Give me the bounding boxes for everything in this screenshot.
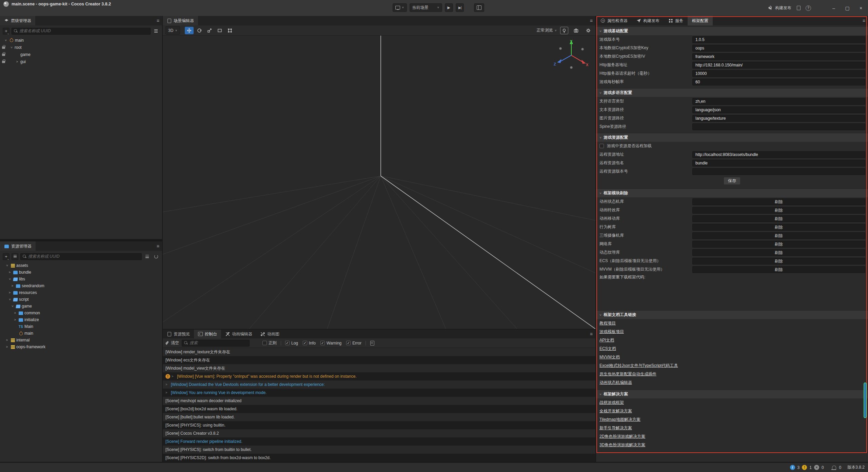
console-tab[interactable]: 控制台 (194, 330, 221, 338)
expand-arrow-icon[interactable] (7, 271, 12, 274)
step-button[interactable] (456, 3, 464, 12)
log-filter-checkbox[interactable]: Info (303, 341, 316, 346)
asset-tree-item[interactable]: bundle (0, 269, 162, 276)
asset-tree-item[interactable]: initialize (0, 316, 162, 323)
console-tab[interactable]: 动画编辑器 (221, 330, 256, 338)
regex-checkbox[interactable]: 正则 (262, 340, 277, 346)
scene-select-dropdown[interactable]: 当前场景 (410, 3, 442, 12)
project-folder-icon[interactable] (796, 6, 801, 11)
asset-tree-item[interactable]: seedrandom (0, 282, 162, 289)
log-row[interactable]: [Scene] Forward render pipeline initiali… (163, 437, 595, 446)
close-button[interactable]: × (856, 4, 865, 13)
field-input[interactable] (692, 123, 865, 130)
console-menu-icon[interactable] (590, 330, 593, 338)
expand-arrow-icon[interactable] (172, 375, 176, 378)
console-tab[interactable]: 动画图 (256, 330, 283, 338)
asset-tree-item[interactable]: Main (0, 323, 162, 330)
asset-tree-item[interactable]: resources (0, 289, 162, 296)
doc-link[interactable]: MVVM文档 (599, 354, 620, 360)
asset-tree-item[interactable]: main (0, 330, 162, 337)
scale-tool-button[interactable] (205, 27, 214, 34)
asset-filter-icon[interactable] (144, 253, 151, 260)
log-filter-checkbox[interactable]: Warning (320, 341, 341, 346)
help-icon[interactable] (806, 5, 811, 11)
expand-arrow-icon[interactable] (7, 298, 12, 301)
log-row[interactable]: [Scene] [box2d]:box2d wasm lib loaded. (163, 405, 595, 413)
field-input[interactable]: http://localhost:8083/assets/bundle (692, 151, 865, 158)
expand-arrow-icon[interactable] (165, 383, 170, 386)
expand-arrow-icon[interactable] (15, 60, 19, 63)
doc-link[interactable]: 原生包热更新配置自动生成插件 (599, 371, 656, 377)
remove-module-button[interactable]: 剔除 (692, 224, 865, 231)
assets-search-input[interactable]: 搜索名称或 UUID (20, 253, 142, 260)
field-input[interactable]: framework (692, 53, 865, 60)
inspector-tab[interactable]: 属性检查器 (596, 16, 632, 25)
remove-module-button[interactable]: 剔除 (692, 266, 865, 273)
log-filter-checkbox[interactable]: Log (285, 341, 298, 346)
remove-module-button[interactable]: 剔除 (692, 232, 865, 239)
hierarchy-search-input[interactable]: 搜索名称或 UUID (12, 28, 151, 35)
field-input[interactable]: language/texture (692, 115, 865, 122)
expand-arrow-icon[interactable] (10, 284, 15, 288)
menu-item[interactable] (19, 8, 28, 16)
hierarchy-tree-item[interactable]: main (0, 37, 162, 44)
hierarchy-tree-item[interactable]: root (0, 44, 162, 51)
doc-link[interactable]: 全栈开发解决方案 (599, 408, 632, 414)
view-mode-dropdown[interactable]: 正常浏览 (536, 27, 557, 33)
section-language-config[interactable]: 游戏多语言配置 (596, 88, 868, 97)
menu-item[interactable] (63, 8, 72, 16)
asset-tree-item[interactable]: game (0, 303, 162, 310)
section-docs-links[interactable]: 框架文档工具链接 (596, 310, 868, 319)
remove-module-button[interactable]: 剔除 (692, 198, 865, 205)
inspector-tab[interactable]: 构建发布 (632, 16, 664, 25)
scrollbar-thumb[interactable] (864, 382, 867, 418)
log-row[interactable]: [Scene] [PHYSICS]: switch from builtin t… (163, 446, 595, 454)
asset-tree-item[interactable]: assets (0, 262, 162, 269)
inspector-tab[interactable]: 服务 (664, 16, 688, 25)
asset-sort-button[interactable] (12, 253, 18, 260)
maximize-button[interactable]: ▢ (843, 4, 852, 13)
log-row[interactable]: [Window] [Vue warn]: Property "onInput" … (163, 372, 595, 380)
projection-3d-button[interactable]: 3D (165, 26, 180, 35)
assets-menu-icon[interactable] (157, 241, 159, 251)
hierarchy-filter-icon[interactable] (153, 28, 159, 35)
doc-link[interactable]: 战棋游戏框架 (599, 400, 624, 406)
hierarchy-tab[interactable]: 层级管理器 (0, 16, 35, 25)
remove-module-button[interactable]: 剔除 (692, 207, 865, 214)
expand-arrow-icon[interactable] (10, 304, 15, 308)
field-input[interactable]: 60 (692, 79, 865, 85)
field-input[interactable]: http://192.168.0.150/main/ (692, 62, 865, 68)
preview-platform-button[interactable] (393, 3, 407, 12)
log-filter-checkbox[interactable]: Error (346, 341, 361, 346)
asset-tree-item[interactable]: oops-framework (0, 343, 162, 350)
ui-transform-tool-button[interactable] (225, 27, 234, 34)
info-count-icon[interactable] (790, 465, 795, 470)
console-search-input[interactable]: 搜索 (182, 340, 250, 347)
hierarchy-tree-item[interactable]: gui (0, 58, 162, 65)
doc-link[interactable]: Tiledmap地图解决方案 (599, 417, 640, 422)
field-input[interactable]: 1.0.5 (692, 36, 865, 43)
field-input[interactable]: zh,en (692, 98, 865, 105)
remove-module-button[interactable]: 剔除 (692, 249, 865, 256)
section-basic-config[interactable]: 游戏基础配置 (596, 26, 868, 35)
field-input[interactable]: 10000 (692, 70, 865, 77)
clear-console-button[interactable]: 清空 (165, 340, 179, 346)
play-button[interactable] (445, 3, 453, 12)
section-solutions-links[interactable]: 框架解决方案 (596, 390, 868, 398)
doc-link[interactable]: 3D角色扮演游戏解决方案 (599, 442, 645, 448)
scene-snapshot-button[interactable] (572, 27, 580, 34)
expand-arrow-icon[interactable] (13, 318, 17, 321)
expand-arrow-icon[interactable] (5, 345, 9, 349)
error-count-icon[interactable] (814, 465, 819, 470)
field-input[interactable]: language/json (692, 106, 865, 113)
asset-tree-item[interactable]: libs (0, 276, 162, 282)
rect-tool-button[interactable] (215, 27, 224, 34)
remove-module-button[interactable]: 剔除 (692, 215, 865, 222)
remove-module-button[interactable]: 剔除 (692, 241, 865, 248)
asset-tree-item[interactable]: common (0, 310, 162, 316)
log-file-icon[interactable] (370, 341, 375, 346)
bell-icon[interactable] (832, 466, 836, 469)
layout-button[interactable] (474, 3, 484, 12)
doc-link[interactable]: 教程项目 (599, 320, 616, 326)
log-row[interactable]: [Scene] [bullet]:bullet wasm lib loaded. (163, 413, 595, 421)
